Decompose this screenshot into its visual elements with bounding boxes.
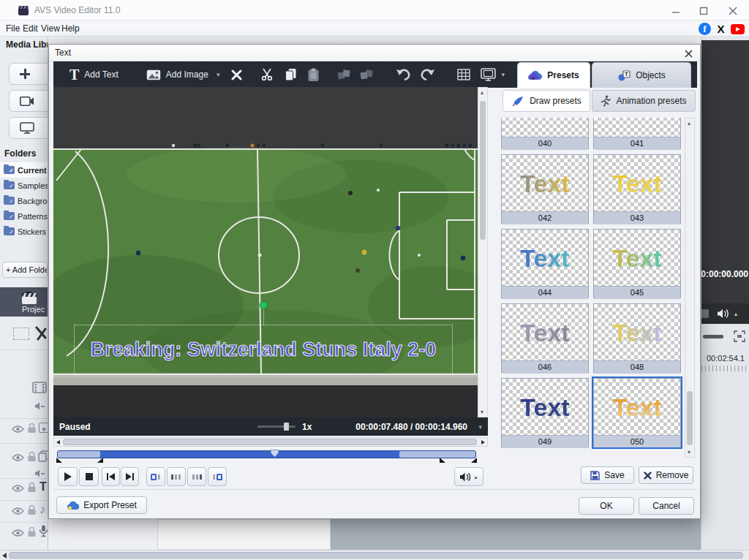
preset-scrollbar[interactable]: ▴ ▾ bbox=[685, 118, 695, 458]
preview-hscrollbar[interactable] bbox=[53, 437, 488, 447]
trim-left-region[interactable] bbox=[58, 451, 100, 458]
last-scene-button[interactable] bbox=[208, 467, 227, 486]
tab-animation-presets[interactable]: Animation presets bbox=[592, 90, 696, 112]
next-scene-button[interactable] bbox=[187, 467, 206, 486]
folder-item-stickers[interactable]: ✓Stickers bbox=[0, 224, 48, 239]
chevron-down-icon[interactable]: ▾ bbox=[217, 71, 220, 78]
preset-item-046[interactable]: Text046 bbox=[501, 303, 589, 373]
volume-button[interactable]: ▴ bbox=[454, 467, 483, 486]
preview-vscrollbar[interactable]: ▴ ▾ bbox=[478, 87, 488, 417]
add-folder-button[interactable]: + Add Folde bbox=[2, 262, 48, 278]
delete-object-icon[interactable] bbox=[231, 69, 242, 80]
trim-handle[interactable] bbox=[97, 458, 103, 463]
eye-icon[interactable] bbox=[12, 484, 24, 493]
preset-item-041[interactable]: Text041 bbox=[593, 118, 681, 149]
export-preset-button[interactable]: Export Preset bbox=[56, 496, 147, 514]
record-button[interactable] bbox=[9, 90, 48, 112]
screen-capture-button[interactable] bbox=[9, 117, 48, 139]
folder-item-backgrounds[interactable]: ✓Backgrou bbox=[0, 193, 48, 208]
preset-item-044[interactable]: Text044 bbox=[501, 229, 589, 298]
preset-item-040[interactable]: Text040 bbox=[501, 118, 589, 149]
video-preview[interactable]: Breaking: Switzerland Stuns Italy 2-0 bbox=[53, 87, 478, 417]
volume-icon[interactable] bbox=[718, 309, 730, 319]
lock-icon[interactable] bbox=[27, 423, 37, 434]
cancel-button[interactable]: Cancel bbox=[639, 497, 694, 515]
rotate-handle[interactable] bbox=[260, 301, 268, 309]
volume-expand-icon[interactable]: ▴ bbox=[734, 311, 737, 317]
maximize-button[interactable] bbox=[699, 7, 708, 15]
chevron-down-icon[interactable]: ▾ bbox=[478, 423, 482, 431]
preset-item-050[interactable]: Text050 bbox=[593, 378, 681, 447]
undo-icon[interactable] bbox=[396, 69, 412, 80]
mute-icon[interactable] bbox=[35, 469, 45, 477]
lock-icon[interactable] bbox=[27, 451, 37, 462]
import-button[interactable] bbox=[9, 63, 48, 85]
next-frame-button[interactable] bbox=[121, 467, 139, 486]
menu-edit[interactable]: Edit bbox=[23, 23, 38, 34]
trim-bar[interactable] bbox=[53, 448, 488, 461]
tab-draw-presets[interactable]: Draw presets bbox=[503, 90, 590, 112]
grid-icon[interactable] bbox=[457, 69, 470, 80]
menu-help[interactable]: Help bbox=[61, 23, 80, 34]
trim-handle[interactable] bbox=[440, 458, 445, 463]
scroll-up-icon[interactable]: ▴ bbox=[481, 89, 483, 96]
scrollbar-thumb[interactable] bbox=[9, 552, 743, 559]
youtube-icon[interactable] bbox=[731, 24, 745, 34]
text-selection-box[interactable]: Breaking: Switzerland Stuns Italy 2-0 bbox=[74, 325, 453, 375]
menu-file[interactable]: File bbox=[6, 23, 20, 34]
overlay-text[interactable]: Breaking: Switzerland Stuns Italy 2-0 bbox=[91, 338, 437, 361]
chevron-down-icon[interactable]: ▾ bbox=[501, 71, 505, 78]
eye-icon[interactable] bbox=[12, 453, 24, 462]
paste-icon[interactable] bbox=[307, 68, 320, 82]
stop-button[interactable] bbox=[79, 467, 99, 486]
preset-item-042[interactable]: Text042 bbox=[501, 154, 589, 224]
preset-item-049[interactable]: Text049 bbox=[501, 378, 589, 447]
scrollbar-thumb[interactable] bbox=[480, 101, 486, 240]
scroll-down-icon[interactable]: ▾ bbox=[688, 449, 690, 455]
eye-icon[interactable] bbox=[12, 507, 24, 515]
add-text-button[interactable]: T Add Text bbox=[69, 67, 118, 83]
menu-view[interactable]: View bbox=[41, 23, 60, 34]
snapshot-icon[interactable] bbox=[701, 309, 709, 318]
eye-icon[interactable] bbox=[12, 425, 24, 434]
volume-expand-icon[interactable]: ▴ bbox=[474, 474, 477, 480]
scroll-up-icon[interactable]: ▴ bbox=[688, 120, 690, 126]
lock-icon[interactable] bbox=[27, 526, 37, 537]
facebook-icon[interactable]: f bbox=[699, 23, 711, 35]
mute-icon[interactable] bbox=[35, 402, 45, 410]
send-backward-icon[interactable] bbox=[360, 69, 374, 81]
scrollbar-thumb[interactable] bbox=[63, 439, 477, 445]
first-scene-button[interactable] bbox=[146, 467, 165, 486]
minimize-button[interactable] bbox=[671, 7, 680, 15]
trim-right-region[interactable] bbox=[399, 451, 475, 458]
copy-icon[interactable] bbox=[285, 68, 297, 81]
lock-icon[interactable] bbox=[27, 504, 37, 515]
tab-presets[interactable]: Presets bbox=[517, 62, 590, 88]
close-button[interactable] bbox=[729, 7, 737, 15]
add-image-button[interactable]: Add Image ▾ bbox=[146, 69, 220, 80]
safe-zones-button[interactable]: ▾ bbox=[481, 68, 505, 81]
fit-timeline-icon[interactable] bbox=[734, 330, 745, 342]
play-button[interactable] bbox=[58, 467, 78, 486]
cut-icon[interactable] bbox=[261, 68, 274, 81]
save-preset-button[interactable]: Save bbox=[581, 466, 634, 484]
folder-item-patterns[interactable]: ✓Patterns bbox=[0, 208, 48, 224]
timeline-clip[interactable] bbox=[157, 519, 331, 550]
dialog-close-button[interactable] bbox=[682, 48, 694, 59]
x-icon[interactable]: X bbox=[715, 23, 727, 35]
eye-icon[interactable] bbox=[12, 529, 24, 537]
preset-item-043[interactable]: Text043 bbox=[593, 154, 681, 224]
zoom-slider[interactable] bbox=[703, 335, 723, 338]
trim-track[interactable] bbox=[57, 450, 476, 458]
speed-slider[interactable] bbox=[257, 425, 296, 428]
project-band[interactable]: »» Projec bbox=[0, 287, 48, 317]
bring-forward-icon[interactable] bbox=[337, 69, 351, 81]
ok-button[interactable]: OK bbox=[579, 497, 634, 515]
cut-tool-icon[interactable] bbox=[35, 326, 47, 341]
remove-preset-button[interactable]: Remove bbox=[639, 466, 693, 484]
lock-icon[interactable] bbox=[27, 482, 37, 493]
folder-item-samples[interactable]: ✓Samples bbox=[0, 178, 48, 193]
speed-slider-thumb[interactable] bbox=[284, 423, 289, 431]
scroll-down-icon[interactable]: ▾ bbox=[481, 409, 483, 415]
playhead-marker[interactable] bbox=[271, 450, 279, 457]
